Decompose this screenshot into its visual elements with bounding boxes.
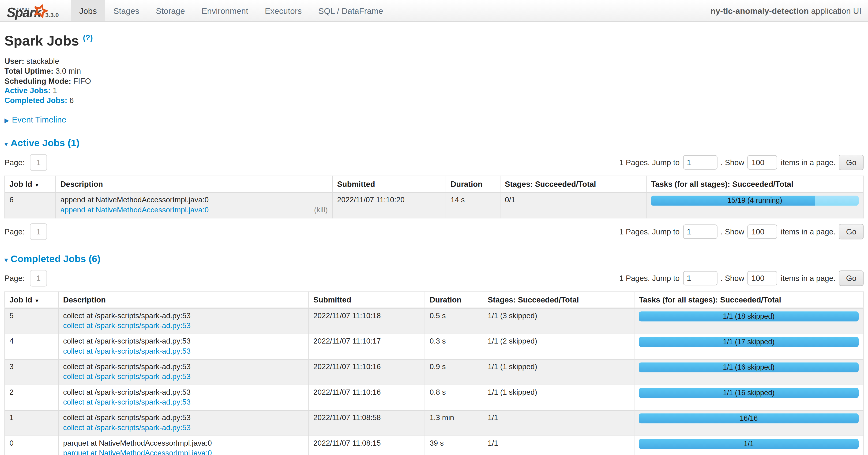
go-button[interactable]: Go (839, 154, 864, 170)
items-per-page-input[interactable] (747, 271, 777, 285)
active-jobs-link[interactable]: Active Jobs: (4, 86, 51, 95)
col-tasks[interactable]: Tasks (for all stages): Succeeded/Total (646, 176, 863, 192)
tasks-progress-bar: 1/1 (639, 439, 859, 449)
page-label: Page: (4, 158, 25, 167)
help-link[interactable]: (?) (83, 33, 93, 42)
job-description-cell: collect at /spark-scripts/spark-ad.py:53… (58, 360, 308, 385)
completed-job-row-5: 5 collect at /spark-scripts/spark-ad.py:… (5, 308, 863, 334)
page-number-button[interactable]: 1 (30, 223, 48, 240)
completed-job-row-0: 0 parquet at NativeMethodAccessorImpl.ja… (5, 436, 863, 455)
show-text: . Show (720, 227, 744, 236)
col-description[interactable]: Description (58, 292, 308, 308)
items-text: items in a page. (781, 158, 835, 167)
job-detail-link[interactable]: collect at /spark-scripts/spark-ad.py:53 (63, 347, 191, 356)
items-per-page-input[interactable] (747, 155, 777, 169)
items-per-page-input[interactable] (747, 224, 777, 239)
tasks-progress-bar: 1/1 (16 skipped) (639, 363, 859, 373)
completed-jobs-link[interactable]: Completed Jobs: (4, 96, 67, 105)
job-id-cell: 5 (5, 308, 58, 334)
job-tasks-cell: 1/1 (16 skipped) (634, 360, 863, 385)
sort-desc-icon: ▼ (34, 182, 39, 188)
tab-storage[interactable]: Storage (148, 0, 193, 21)
tasks-progress-bar: 16/16 (639, 414, 859, 424)
job-duration-cell: 0.9 s (425, 360, 483, 385)
summary-active-jobs: Active Jobs: 1 (4, 86, 864, 96)
job-duration-cell: 0.8 s (425, 385, 483, 410)
col-stages[interactable]: Stages: Succeeded/Total (483, 292, 634, 308)
col-duration[interactable]: Duration (446, 176, 500, 192)
job-duration-cell: 0.5 s (425, 308, 483, 334)
col-job-id[interactable]: Job Id▼ (5, 292, 58, 308)
summary-completed-jobs: Completed Jobs: 6 (4, 96, 864, 106)
job-submitted-cell: 2022/11/07 11:08:15 (309, 436, 425, 455)
active-jobs-pagination-top: Page: 1 1 Pages. Jump to . Show items in… (4, 154, 864, 171)
col-submitted[interactable]: Submitted (309, 292, 425, 308)
job-submitted-cell: 2022/11/07 11:10:16 (309, 385, 425, 410)
job-description-cell: collect at /spark-scripts/spark-ad.py:53… (58, 308, 308, 334)
summary-scheduling-mode: Scheduling Mode: FIFO (4, 76, 864, 86)
go-button[interactable]: Go (839, 224, 864, 239)
jump-to-page-input[interactable] (683, 155, 717, 169)
col-submitted[interactable]: Submitted (332, 176, 446, 192)
tab-sql-dataframe[interactable]: SQL / DataFrame (310, 0, 392, 21)
completed-job-row-3: 3 collect at /spark-scripts/spark-ad.py:… (5, 360, 863, 385)
job-duration-cell: 14 s (446, 192, 500, 218)
page-label: Page: (4, 274, 25, 283)
jump-to-page-input[interactable] (683, 224, 717, 239)
kill-job-link[interactable]: (kill) (314, 205, 328, 216)
job-id-cell: 3 (5, 360, 58, 385)
col-job-id[interactable]: Job Id▼ (5, 176, 56, 192)
jump-to-page-input[interactable] (683, 271, 717, 285)
job-detail-link[interactable]: collect at /spark-scripts/spark-ad.py:53 (63, 424, 191, 432)
job-detail-link[interactable]: collect at /spark-scripts/spark-ad.py:53 (63, 322, 191, 330)
job-submitted-cell: 2022/11/07 11:10:17 (309, 334, 425, 360)
completed-jobs-section-header[interactable]: ▾Completed Jobs (6) (4, 253, 864, 265)
progress-label: 1/1 (17 skipped) (639, 337, 859, 347)
go-button[interactable]: Go (839, 270, 864, 286)
summary-uptime: Total Uptime: 3.0 min (4, 66, 864, 76)
job-stages-cell: 1/1 (3 skipped) (483, 308, 634, 334)
progress-label: 16/16 (639, 414, 859, 424)
page-number-button[interactable]: 1 (30, 270, 48, 286)
completed-jobs-table: Job Id▼ Description Submitted Duration S… (4, 291, 864, 455)
progress-label: 15/19 (4 running) (651, 196, 859, 206)
collapse-down-icon: ▾ (4, 140, 8, 148)
show-text: . Show (720, 158, 744, 167)
col-duration[interactable]: Duration (425, 292, 483, 308)
tab-executors[interactable]: Executors (256, 0, 310, 21)
job-detail-link[interactable]: append at NativeMethodAccessorImpl.java:… (60, 206, 209, 214)
spark-jobs-page: APACHE Spark 3.3.0 Jobs Stages Storage E… (0, 0, 868, 455)
job-description-cell: collect at /spark-scripts/spark-ad.py:53… (58, 385, 308, 410)
top-navbar: APACHE Spark 3.3.0 Jobs Stages Storage E… (0, 0, 868, 22)
job-tasks-cell: 1/1 (17 skipped) (634, 334, 863, 360)
job-id-cell: 6 (5, 192, 56, 218)
job-id-cell: 0 (5, 436, 58, 455)
page-title: Spark Jobs (?) (4, 33, 864, 49)
active-jobs-section-header[interactable]: ▾Active Jobs (1) (4, 138, 864, 149)
job-duration-cell: 1.3 min (425, 410, 483, 436)
tasks-progress-bar: 1/1 (16 skipped) (639, 388, 859, 398)
tab-jobs[interactable]: Jobs (71, 0, 105, 21)
active-jobs-pagination-bottom: Page: 1 1 Pages. Jump to . Show items in… (4, 223, 864, 240)
event-timeline-toggle[interactable]: ▶Event Timeline (4, 115, 864, 124)
job-description-cell: parquet at NativeMethodAccessorImpl.java… (58, 436, 308, 455)
col-tasks[interactable]: Tasks (for all stages): Succeeded/Total (634, 292, 863, 308)
job-stages-cell: 1/1 (2 skipped) (483, 334, 634, 360)
job-tasks-cell: 16/16 (634, 410, 863, 436)
job-duration-cell: 0.3 s (425, 334, 483, 360)
job-detail-link[interactable]: collect at /spark-scripts/spark-ad.py:53 (63, 398, 191, 406)
sort-desc-icon: ▼ (34, 298, 39, 304)
pages-text: 1 Pages. Jump to (619, 227, 680, 236)
job-tasks-cell: 1/1 (634, 436, 863, 455)
tab-environment[interactable]: Environment (193, 0, 256, 21)
job-detail-link[interactable]: parquet at NativeMethodAccessorImpl.java… (63, 449, 212, 455)
page-number-button[interactable]: 1 (30, 154, 48, 171)
col-stages[interactable]: Stages: Succeeded/Total (500, 176, 646, 192)
job-detail-link[interactable]: collect at /spark-scripts/spark-ad.py:53 (63, 373, 191, 381)
items-text: items in a page. (781, 227, 835, 236)
job-tasks-cell: 1/1 (16 skipped) (634, 385, 863, 410)
apache-label: APACHE (14, 8, 30, 10)
col-description[interactable]: Description (56, 176, 332, 192)
spark-logo: APACHE Spark 3.3.0 (0, 0, 65, 21)
tab-stages[interactable]: Stages (105, 0, 148, 21)
